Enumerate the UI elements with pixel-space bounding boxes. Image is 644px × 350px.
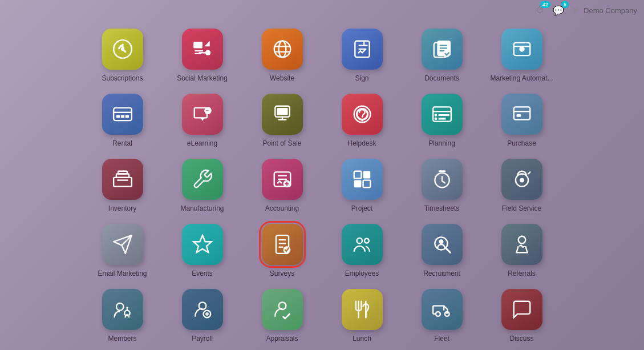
- app-row-2: InventoryManufacturingAccountingProjectT…: [23, 153, 621, 218]
- svg-rect-41: [114, 177, 132, 186]
- recruitment-label: Recruitment: [423, 269, 460, 277]
- timesheets-icon: [422, 159, 463, 200]
- field-service-label: Field Service: [502, 204, 541, 212]
- email-marketing-icon: [102, 224, 143, 265]
- close-icon[interactable]: ✕: [572, 6, 579, 15]
- app-item-timesheets[interactable]: Timesheets: [402, 153, 482, 218]
- inventory-icon: [102, 159, 143, 200]
- svg-point-64: [357, 238, 362, 243]
- header: ⏱ 42 💬 5 ✕ Demo Company: [526, 0, 644, 21]
- app-item-elearning[interactable]: eLearning: [163, 88, 242, 153]
- svg-point-69: [518, 236, 525, 243]
- svg-rect-28: [277, 107, 287, 115]
- app-item-appraisals[interactable]: Appraisals: [242, 283, 322, 348]
- app-item-employees[interactable]: Employees: [322, 218, 402, 283]
- lunch-label: Lunch: [353, 335, 371, 343]
- app-item-fleet[interactable]: Fleet: [402, 283, 482, 348]
- app-item-helpdesk[interactable]: Helpdesk: [322, 88, 402, 153]
- point-of-sale-icon: [262, 94, 303, 135]
- svg-point-73: [126, 307, 128, 308]
- sign-label: Sign: [355, 74, 368, 82]
- app-item-events[interactable]: Events: [163, 218, 242, 283]
- app-item-sign[interactable]: Sign: [322, 23, 402, 88]
- svg-line-67: [445, 248, 450, 252]
- activity-badge[interactable]: ⏱ 42: [533, 3, 547, 17]
- timesheets-label: Timesheets: [424, 204, 460, 212]
- fleet-label: Fleet: [434, 335, 449, 343]
- marketing-automat-icon: [501, 29, 542, 70]
- payroll-label: Payroll: [192, 335, 213, 343]
- social-marketing-icon: [182, 29, 223, 70]
- app-item-point-of-sale[interactable]: Point of Sale: [242, 88, 322, 153]
- rental-icon: [102, 94, 143, 135]
- payroll-icon: [182, 289, 223, 330]
- app-item-subscriptions[interactable]: Subscriptions: [83, 23, 163, 88]
- svg-point-81: [435, 311, 440, 316]
- app-item-website[interactable]: Website: [242, 23, 322, 88]
- helpdesk-icon: [342, 94, 383, 135]
- employees-icon: [342, 224, 383, 265]
- discuss-label: Discuss: [509, 335, 533, 343]
- svg-rect-43: [118, 171, 127, 174]
- lunch-icon: [342, 289, 383, 330]
- app-item-documents[interactable]: Documents: [402, 23, 482, 88]
- purchase-label: Purchase: [507, 139, 536, 147]
- app-item-recruitment[interactable]: Recruitment: [402, 218, 482, 283]
- svg-rect-40: [516, 114, 521, 117]
- app-item-rental[interactable]: Rental: [83, 88, 163, 153]
- app-item-discuss[interactable]: Discuss: [482, 283, 562, 348]
- planning-label: Planning: [428, 139, 455, 147]
- svg-point-70: [116, 303, 123, 310]
- discuss-icon: [501, 289, 542, 330]
- svg-rect-38: [513, 107, 530, 119]
- app-row-1: RentaleLearningPoint of SaleHelpdeskPlan…: [23, 88, 621, 153]
- elearning-icon: [182, 94, 223, 135]
- svg-point-3: [205, 50, 210, 55]
- svg-rect-2: [193, 42, 202, 48]
- purchase-icon: [501, 94, 542, 135]
- app-item-email-marketing[interactable]: Email Marketing: [83, 218, 163, 283]
- message-badge[interactable]: 💬 5: [552, 3, 565, 17]
- app-row-4: MembersPayrollAppraisalsLunchFleetDiscus…: [23, 283, 621, 348]
- svg-point-6: [278, 41, 286, 57]
- svg-point-68: [439, 239, 443, 244]
- svg-line-57: [528, 172, 530, 174]
- app-item-surveys[interactable]: Surveys: [242, 218, 322, 283]
- svg-point-31: [361, 119, 363, 121]
- svg-point-65: [364, 238, 368, 243]
- app-item-social-marketing[interactable]: Social Marketing: [163, 23, 242, 88]
- members-icon: [102, 289, 143, 330]
- svg-point-30: [357, 108, 367, 119]
- svg-point-16: [519, 46, 525, 52]
- referrals-icon: [501, 224, 542, 265]
- svg-rect-20: [116, 115, 119, 118]
- app-item-field-service[interactable]: Field Service: [482, 153, 562, 218]
- app-item-manufacturing[interactable]: Manufacturing: [163, 153, 242, 218]
- app-item-planning[interactable]: Planning: [402, 88, 482, 153]
- app-item-lunch[interactable]: Lunch: [322, 283, 402, 348]
- app-item-payroll[interactable]: Payroll: [163, 283, 242, 348]
- surveys-label: Surveys: [270, 269, 294, 277]
- app-item-members[interactable]: Members: [83, 283, 163, 348]
- svg-rect-52: [363, 180, 370, 187]
- subscriptions-label: Subscriptions: [102, 74, 143, 82]
- app-item-purchase[interactable]: Purchase: [482, 88, 562, 153]
- app-item-project[interactable]: Project: [322, 153, 402, 218]
- sign-icon: [342, 29, 383, 70]
- svg-rect-18: [114, 107, 132, 120]
- app-item-referrals[interactable]: Referrals: [482, 218, 562, 283]
- app-item-inventory[interactable]: Inventory: [83, 153, 163, 218]
- message-count: 5: [561, 1, 569, 8]
- svg-rect-50: [363, 171, 370, 178]
- svg-rect-22: [125, 115, 128, 118]
- app-item-marketing-automat[interactable]: Marketing Automat...: [482, 23, 562, 88]
- app-item-accounting[interactable]: Accounting: [242, 153, 322, 218]
- documents-icon: [422, 29, 463, 70]
- app-row-0: SubscriptionsSocial MarketingWebsiteSign…: [23, 23, 621, 88]
- svg-point-37: [434, 117, 437, 120]
- rental-label: Rental: [112, 139, 132, 147]
- website-label: Website: [270, 74, 294, 82]
- svg-point-56: [520, 178, 524, 182]
- svg-point-14: [443, 50, 450, 57]
- activity-count: 42: [540, 1, 550, 8]
